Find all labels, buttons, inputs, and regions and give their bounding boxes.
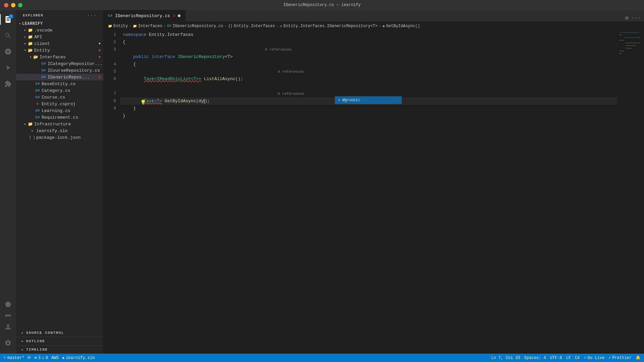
activity-explorer[interactable]: 1 <box>0 11 16 27</box>
chevron-right-icon: ▸ <box>21 348 24 352</box>
status-notifications[interactable]: 🔔 <box>636 355 641 360</box>
igenericrepos-label: IGenericRepos... <box>48 75 97 80</box>
line-1: 1 <box>103 31 116 39</box>
line-ending-text: LF <box>566 356 571 360</box>
breadcrumb-sep: › <box>276 24 279 28</box>
tree-item-learning[interactable]: C# Learning.cs <box>16 107 103 114</box>
activity-search[interactable] <box>0 27 16 44</box>
svg-rect-3 <box>619 40 624 41</box>
interface-icon: ◇ <box>280 24 282 28</box>
ref-hint: 0 references <box>278 90 304 98</box>
outline-section[interactable]: ▸ OUTLINE <box>16 337 103 345</box>
code-text <box>201 75 204 83</box>
editor-area[interactable]: 1 2 3 4 5 6 7 8 9 namespace Entity.Inter… <box>103 31 644 354</box>
tree-item-igenericrepos[interactable]: C# IGenericRepos... 3 <box>16 74 103 80</box>
tree-item-requirement[interactable]: C# Requirement.cs <box>16 114 103 121</box>
breadcrumb-interface-label: Entity.Interfaces.IGenericRepository<T> <box>283 24 378 28</box>
prettier-text: Prettier <box>612 356 632 360</box>
tree-item-packagelock[interactable]: { } package-lock.json <box>16 134 103 141</box>
editor-content[interactable]: namespace Entity.Interfaces { 0 referenc… <box>120 31 617 354</box>
more-actions-icon[interactable]: ··· <box>631 15 641 21</box>
timeline-section[interactable]: ▸ TIMELINE <box>16 345 103 354</box>
tree-item-category[interactable]: C# Category.cs <box>16 87 103 94</box>
ac-prefix: dynamic <box>342 97 361 104</box>
interfaces-badge: ● <box>98 55 101 59</box>
tree-item-infrastructure[interactable]: ▸ 📁 Infrastructure <box>16 121 103 127</box>
status-encoding[interactable]: UTF-8 <box>550 356 562 360</box>
activity-git[interactable] <box>0 44 16 60</box>
tree-item-vscode[interactable]: ▸ 📁 .vscode <box>16 27 103 34</box>
breadcrumb-namespace-label: Entity.Interfaces <box>234 24 275 28</box>
status-errors[interactable]: ⊗ 3 ⚠ 0 <box>34 355 48 360</box>
status-language[interactable]: C# <box>575 356 580 360</box>
tree-item-client[interactable]: ▸ 📁 client ● <box>16 40 103 47</box>
line-9: 7 <box>103 90 116 98</box>
minimize-button[interactable] <box>11 3 15 7</box>
breadcrumb-interfaces[interactable]: 📁 Interfaces <box>133 24 162 28</box>
csproj-file-icon: ⚙ <box>35 101 40 107</box>
tree-item-api[interactable]: ▸ 📁 API <box>16 34 103 40</box>
status-sync[interactable]: ⟳ <box>28 355 31 360</box>
type-task: Task<IReadOnlyList<T>> <box>144 75 201 83</box>
status-line-ending[interactable]: LF <box>566 356 571 360</box>
sync-icon: ⟳ <box>28 355 31 360</box>
activity-bar-bottom: aws <box>0 296 16 354</box>
status-aws[interactable]: AWS <box>51 356 59 360</box>
root-label: LEARNIFY <box>22 21 43 26</box>
tree-item-learnifysln[interactable]: ◈ learnify.sln <box>16 127 103 134</box>
maximize-button[interactable] <box>18 3 22 7</box>
tab-modified-dot <box>178 14 180 17</box>
activity-account[interactable] <box>0 319 16 335</box>
autocomplete-item-dynamic[interactable]: ≡ dynamic <box>335 97 401 104</box>
activity-remote[interactable] <box>0 296 16 312</box>
window-controls[interactable] <box>4 3 22 7</box>
activity-settings[interactable] <box>0 335 16 351</box>
status-prettier[interactable]: ✓ Prettier <box>608 355 632 360</box>
code-text: { <box>123 39 125 46</box>
tree-item-baseentity[interactable]: C# BaseEntity.cs <box>16 80 103 87</box>
source-control-section[interactable]: ▸ SOURCE CONTROL <box>16 327 103 337</box>
tree-item-icategoryrepos[interactable]: C# ICategoryRepositor... <box>16 60 103 67</box>
tree-root[interactable]: ▾ LEARNIFY <box>16 21 103 27</box>
breadcrumb-entity[interactable]: 📁 Entity <box>108 24 128 28</box>
chevron-right-icon: ▸ <box>21 331 24 335</box>
app-body: 1 aws <box>0 10 644 354</box>
tree-item-icourserepos[interactable]: C# ICourseRepository.cs <box>16 67 103 74</box>
status-go-live[interactable]: ⚡ Go Live <box>584 355 605 360</box>
breadcrumb-namespace[interactable]: {} Entity.Interfaces <box>228 24 275 28</box>
folder-open-icon: 📂 <box>33 54 38 60</box>
breadcrumb-file[interactable]: C# IGenericRepository.cs <box>167 24 223 28</box>
course-label: Course.cs <box>42 95 103 100</box>
aws-label[interactable]: aws <box>5 312 11 319</box>
type-igenericrepos: IGenericRepository <box>178 53 225 61</box>
tree-item-course[interactable]: C# Course.cs <box>16 94 103 101</box>
language-text: C# <box>575 356 580 360</box>
packagelock-label: package-lock.json <box>36 135 103 140</box>
autocomplete-popup[interactable]: ≡ dynamic <box>335 96 402 104</box>
activity-extensions[interactable] <box>0 76 16 92</box>
entity-badge: ● <box>98 48 101 52</box>
svg-rect-0 <box>619 32 639 33</box>
tab-igenericrepository[interactable]: C# IGenericRepository.cs 3 <box>103 10 185 21</box>
breadcrumb-sep: › <box>379 24 381 28</box>
explorer-icons[interactable]: ··· <box>87 13 97 18</box>
icourserepos-label: ICourseRepository.cs <box>48 68 103 73</box>
chevron-right-icon: ▸ <box>24 35 26 39</box>
status-position[interactable]: Ln 7, Col 33 <box>491 356 520 360</box>
breadcrumb-interface[interactable]: ◇ Entity.Interfaces.IGenericRepository<T… <box>280 24 378 28</box>
breadcrumb-sep: › <box>225 24 227 28</box>
status-branch[interactable]: ⑂ master* <box>3 355 24 360</box>
tab-number: 3 <box>173 14 175 18</box>
tree-item-entity[interactable]: ▾ 📂 Entity ● <box>16 47 103 54</box>
status-solution[interactable]: ◈ learnify.sln <box>62 355 95 360</box>
close-button[interactable] <box>4 3 8 7</box>
tree-item-entitycsproj[interactable]: ⚙ Entity.csproj <box>16 101 103 107</box>
cs-file-icon: C# <box>41 74 46 80</box>
svg-rect-7 <box>619 51 624 51</box>
activity-run[interactable] <box>0 60 16 76</box>
ref-hint: 0 references <box>265 46 291 53</box>
tree-item-interfaces[interactable]: ▾ 📂 Interfaces ● <box>16 54 103 60</box>
split-editor-icon[interactable]: ⊞ <box>625 15 629 21</box>
status-spaces[interactable]: Spaces: 4 <box>524 356 546 360</box>
breadcrumb-method[interactable]: ◈ GetByIdAsync() <box>383 24 420 28</box>
